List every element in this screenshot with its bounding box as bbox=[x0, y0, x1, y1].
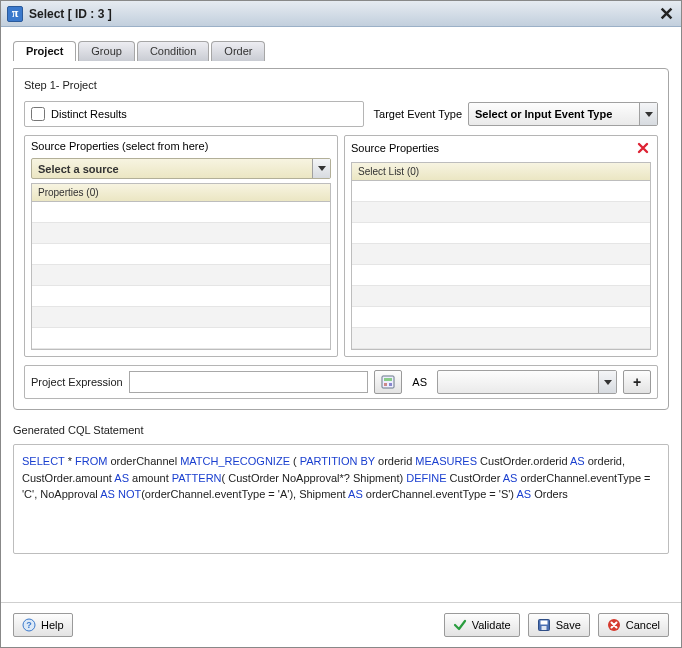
project-expression-row: Project Expression AS + bbox=[24, 365, 658, 399]
dialog-title: Select [ ID : 3 ] bbox=[29, 7, 657, 21]
table-row bbox=[352, 307, 650, 328]
properties-column-head: Properties (0) bbox=[31, 183, 331, 201]
selectlist-column-head: Select List (0) bbox=[351, 162, 651, 180]
chevron-down-icon[interactable] bbox=[312, 159, 330, 178]
table-row bbox=[32, 328, 330, 349]
svg-text:?: ? bbox=[26, 620, 32, 630]
project-expression-input[interactable] bbox=[129, 371, 369, 393]
remove-icon[interactable] bbox=[635, 140, 651, 156]
validate-button[interactable]: Validate bbox=[444, 613, 520, 637]
target-event-type-value: Select or Input Event Type bbox=[469, 103, 639, 125]
svg-rect-8 bbox=[541, 626, 546, 630]
svg-rect-1 bbox=[384, 378, 392, 381]
svg-rect-2 bbox=[384, 383, 387, 386]
as-label: AS bbox=[408, 376, 431, 388]
table-row bbox=[352, 223, 650, 244]
target-label: Target Event Type bbox=[374, 108, 462, 120]
select-source-value: Select a source bbox=[32, 159, 312, 178]
source-right-header: Source Properties bbox=[345, 136, 657, 160]
cancel-label: Cancel bbox=[626, 619, 660, 631]
table-row bbox=[352, 202, 650, 223]
source-panels: Source Properties (select from here) Sel… bbox=[24, 135, 658, 357]
source-left-title: Source Properties (select from here) bbox=[25, 136, 337, 156]
cancel-button[interactable]: Cancel bbox=[598, 613, 669, 637]
pi-icon: π bbox=[7, 6, 23, 22]
target-wrap: Target Event Type Select or Input Event … bbox=[370, 102, 658, 126]
tabs: Project Group Condition Order bbox=[13, 41, 669, 61]
row-distinct-target: Distinct Results Target Event Type Selec… bbox=[24, 101, 658, 127]
project-expression-label: Project Expression bbox=[31, 376, 123, 388]
save-icon bbox=[537, 618, 551, 632]
select-dialog: π Select [ ID : 3 ] ✕ Project Group Cond… bbox=[0, 0, 682, 648]
source-properties-right-panel: Source Properties Select List (0) bbox=[344, 135, 658, 357]
source-properties-left-panel: Source Properties (select from here) Sel… bbox=[24, 135, 338, 357]
check-icon bbox=[453, 618, 467, 632]
tab-group[interactable]: Group bbox=[78, 41, 135, 61]
table-row bbox=[352, 244, 650, 265]
table-row bbox=[32, 223, 330, 244]
source-right-title: Source Properties bbox=[351, 142, 439, 154]
generated-cql-statement: SELECT * FROM orderChannel MATCH_RECOGNI… bbox=[13, 444, 669, 554]
add-expression-button[interactable]: + bbox=[623, 370, 651, 394]
chevron-down-icon[interactable] bbox=[639, 103, 657, 125]
tab-order[interactable]: Order bbox=[211, 41, 265, 61]
expression-builder-button[interactable] bbox=[374, 370, 402, 394]
save-button[interactable]: Save bbox=[528, 613, 590, 637]
validate-label: Validate bbox=[472, 619, 511, 631]
table-row bbox=[32, 202, 330, 223]
selectlist-table[interactable] bbox=[351, 180, 651, 350]
svg-rect-3 bbox=[389, 383, 392, 386]
table-row bbox=[352, 265, 650, 286]
svg-rect-7 bbox=[540, 621, 547, 625]
help-icon: ? bbox=[22, 618, 36, 632]
help-label: Help bbox=[41, 619, 64, 631]
svg-rect-0 bbox=[382, 376, 394, 388]
table-row bbox=[32, 307, 330, 328]
titlebar: π Select [ ID : 3 ] ✕ bbox=[1, 1, 681, 27]
help-button[interactable]: ? Help bbox=[13, 613, 73, 637]
distinct-checkbox[interactable] bbox=[31, 107, 45, 121]
cancel-icon bbox=[607, 618, 621, 632]
dialog-content: Project Group Condition Order Step 1- Pr… bbox=[1, 27, 681, 602]
table-row bbox=[32, 244, 330, 265]
dialog-footer: ? Help Validate Save Cancel bbox=[1, 602, 681, 647]
tab-panel-project: Step 1- Project Distinct Results Target … bbox=[13, 68, 669, 410]
tab-condition[interactable]: Condition bbox=[137, 41, 209, 61]
target-event-type-combo[interactable]: Select or Input Event Type bbox=[468, 102, 658, 126]
expression-icon bbox=[381, 375, 395, 389]
alias-combo[interactable] bbox=[437, 370, 617, 394]
table-row bbox=[352, 181, 650, 202]
table-row bbox=[352, 328, 650, 349]
table-row bbox=[32, 286, 330, 307]
select-source-combo[interactable]: Select a source bbox=[31, 158, 331, 179]
table-row bbox=[32, 265, 330, 286]
step-label: Step 1- Project bbox=[24, 79, 658, 91]
generated-cql-label: Generated CQL Statement bbox=[13, 424, 669, 436]
alias-value bbox=[438, 371, 598, 393]
close-icon[interactable]: ✕ bbox=[657, 5, 675, 23]
save-label: Save bbox=[556, 619, 581, 631]
distinct-box: Distinct Results bbox=[24, 101, 364, 127]
tab-project[interactable]: Project bbox=[13, 41, 76, 61]
table-row bbox=[352, 286, 650, 307]
properties-table[interactable] bbox=[31, 201, 331, 350]
distinct-label: Distinct Results bbox=[51, 108, 127, 120]
chevron-down-icon[interactable] bbox=[598, 371, 616, 393]
